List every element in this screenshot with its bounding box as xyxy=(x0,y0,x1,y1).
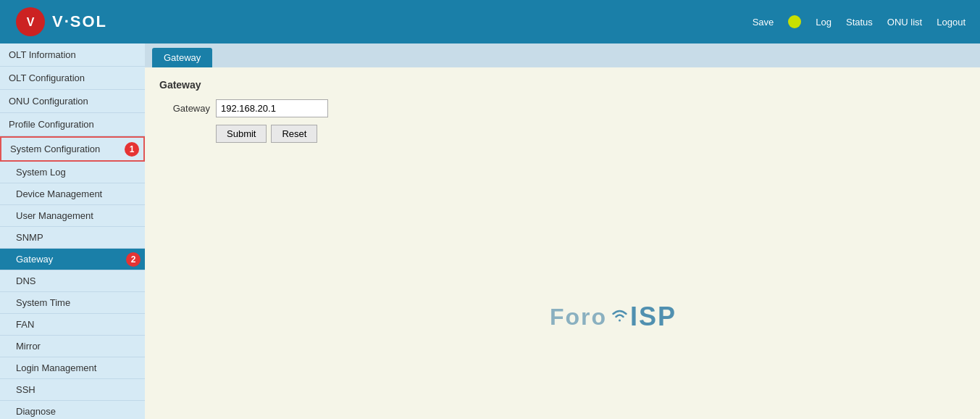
save-button[interactable]: Save xyxy=(753,17,774,28)
logout-button[interactable]: Logout xyxy=(937,17,966,28)
sidebar-sub-login-management[interactable]: Login Management xyxy=(0,357,145,379)
sidebar-item-system-configuration[interactable]: System Configuration 1 xyxy=(0,136,145,162)
gateway-input[interactable] xyxy=(216,99,328,117)
log-button[interactable]: Log xyxy=(816,17,832,28)
sidebar-sub-fan[interactable]: FAN xyxy=(0,314,145,336)
status-indicator xyxy=(788,15,801,28)
gateway-label: Gateway xyxy=(159,103,210,114)
status-button[interactable]: Status xyxy=(846,17,873,28)
main-content: Gateway Gateway Gateway Submit Reset For… xyxy=(145,43,980,419)
form-buttons: Submit Reset xyxy=(216,125,966,143)
sidebar-sub-diagnose[interactable]: Diagnose xyxy=(0,401,145,419)
sidebar-sub-mirror[interactable]: Mirror xyxy=(0,336,145,357)
sidebar-sub-dns[interactable]: DNS xyxy=(0,270,145,292)
logo-area: V V·SOL xyxy=(14,6,159,38)
sidebar-item-olt-configuration[interactable]: OLT Configuration xyxy=(0,67,145,90)
sidebar-sub-system-log[interactable]: System Log xyxy=(0,162,145,183)
svg-text:V: V xyxy=(27,16,35,28)
sidebar-item-profile-configuration[interactable]: Profile Configuration xyxy=(0,113,145,136)
section-title: Gateway xyxy=(159,79,966,91)
sidebar-sub-gateway[interactable]: Gateway 2 xyxy=(0,249,145,270)
watermark-foro: Foro xyxy=(550,304,607,331)
badge-1: 1 xyxy=(125,142,139,157)
header-actions: Save Log Status ONU list Logout xyxy=(753,15,966,28)
onu-list-button[interactable]: ONU list xyxy=(887,17,922,28)
submit-button[interactable]: Submit xyxy=(216,125,267,143)
gateway-form-row: Gateway xyxy=(159,99,966,117)
header: V V·SOL Save Log Status ONU list Logout xyxy=(0,0,980,43)
tab-gateway[interactable]: Gateway xyxy=(152,48,212,67)
sidebar-sub-system-time[interactable]: System Time xyxy=(0,292,145,314)
logo-text: V·SOL xyxy=(52,12,107,31)
sidebar: OLT Information OLT Configuration ONU Co… xyxy=(0,43,145,419)
tab-bar: Gateway xyxy=(145,43,980,67)
vsol-logo-icon: V xyxy=(14,6,46,38)
watermark-isp: ISP xyxy=(630,302,677,332)
sidebar-sub-user-management[interactable]: User Management xyxy=(0,205,145,227)
content-area: Gateway Gateway Submit Reset Foro xyxy=(145,67,980,419)
sidebar-item-onu-configuration[interactable]: ONU Configuration xyxy=(0,90,145,113)
sidebar-item-olt-information[interactable]: OLT Information xyxy=(0,43,145,67)
sidebar-sub-snmp[interactable]: SNMP xyxy=(0,227,145,249)
sidebar-sub-ssh[interactable]: SSH xyxy=(0,379,145,401)
reset-button[interactable]: Reset xyxy=(271,125,317,143)
watermark: Foro ISP xyxy=(550,302,677,332)
badge-2: 2 xyxy=(126,252,141,267)
layout: OLT Information OLT Configuration ONU Co… xyxy=(0,43,980,419)
wifi-icon xyxy=(608,303,630,331)
sidebar-sub-device-management[interactable]: Device Management xyxy=(0,183,145,205)
